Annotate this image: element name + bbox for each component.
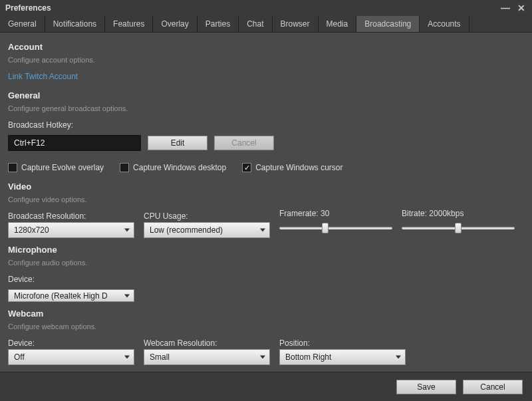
- content-area: Account Configure account options. Link …: [0, 33, 532, 372]
- bitrate-label: Bitrate: 2000kbps: [402, 209, 515, 218]
- webcam-resolution-label: Webcam Resolution:: [144, 338, 270, 348]
- broadcast-resolution-select[interactable]: 1280x720: [8, 222, 134, 238]
- minimize-button[interactable]: —: [500, 3, 511, 13]
- webcam-device-select[interactable]: Off: [8, 349, 134, 365]
- chevron-down-icon: [124, 356, 130, 359]
- microphone-device-label: Device:: [8, 275, 524, 284]
- broadcast-hotkey-label: Broadcast Hotkey:: [8, 120, 524, 130]
- select-value: Bottom Right: [285, 352, 331, 362]
- capture-windows-cursor-checkbox[interactable]: Capture Windows cursor: [242, 163, 342, 172]
- webcam-device-label: Device:: [8, 338, 134, 348]
- cancel-button[interactable]: Cancel: [463, 380, 523, 394]
- microphone-section-desc: Configure audio options.: [8, 259, 524, 267]
- general-section-desc: Configure general broadcast options.: [8, 104, 524, 112]
- chevron-down-icon: [124, 294, 130, 297]
- capture-windows-desktop-checkbox[interactable]: Capture Windows desktop: [120, 163, 226, 172]
- checkbox-label: Capture Windows cursor: [255, 163, 342, 172]
- tab-parties[interactable]: Parties: [198, 16, 239, 32]
- broadcast-resolution-label: Broadcast Resolution:: [8, 211, 134, 221]
- checkbox-box: [8, 163, 17, 172]
- framerate-label: Framerate: 30: [279, 209, 392, 218]
- window-controls: — ✕: [500, 3, 527, 13]
- framerate-slider[interactable]: [279, 222, 392, 234]
- save-button[interactable]: Save: [396, 380, 456, 394]
- slider-thumb[interactable]: [322, 223, 329, 233]
- tab-general[interactable]: General: [0, 16, 45, 32]
- capture-options-row: Capture Evolve overlay Capture Windows d…: [8, 163, 524, 172]
- tab-browser[interactable]: Browser: [273, 16, 319, 32]
- checkbox-box: [242, 163, 251, 172]
- microphone-section-title: Microphone: [8, 245, 524, 255]
- select-value: Low (recommended): [150, 225, 223, 235]
- cpu-usage-label: CPU Usage:: [144, 211, 270, 221]
- cpu-usage-col: CPU Usage: Low (recommended): [144, 209, 270, 238]
- webcam-device-col: Device: Off: [8, 336, 134, 365]
- webcam-position-label: Position:: [279, 338, 406, 348]
- webcam-position-select[interactable]: Bottom Right: [279, 349, 406, 365]
- cancel-hotkey-button: Cancel: [214, 136, 274, 150]
- checkbox-label: Capture Evolve overlay: [21, 163, 104, 172]
- broadcast-resolution-col: Broadcast Resolution: 1280x720: [8, 209, 134, 238]
- general-section-title: General: [8, 90, 524, 100]
- broadcast-hotkey-input[interactable]: [8, 135, 141, 151]
- chevron-down-icon: [396, 356, 401, 359]
- video-options-row: Broadcast Resolution: 1280x720 CPU Usage…: [8, 209, 524, 238]
- framerate-col: Framerate: 30: [279, 209, 392, 234]
- bitrate-col: Bitrate: 2000kbps: [402, 209, 515, 234]
- tab-accounts[interactable]: Accounts: [420, 16, 469, 32]
- webcam-resolution-col: Webcam Resolution: Small: [144, 336, 270, 365]
- close-button[interactable]: ✕: [516, 3, 527, 13]
- select-value: Off: [14, 352, 25, 362]
- webcam-section-desc: Configure webcam options.: [8, 323, 524, 331]
- webcam-resolution-select[interactable]: Small: [144, 349, 270, 365]
- tab-notifications[interactable]: Notifications: [45, 16, 105, 32]
- cpu-usage-select[interactable]: Low (recommended): [144, 222, 270, 238]
- tab-bar: GeneralNotificationsFeaturesOverlayParti…: [0, 16, 532, 33]
- preferences-window: Preferences — ✕ GeneralNotificationsFeat…: [0, 0, 532, 401]
- tab-broadcasting[interactable]: Broadcasting: [356, 16, 420, 32]
- slider-track: [279, 227, 392, 229]
- webcam-section-title: Webcam: [8, 309, 524, 319]
- video-section-desc: Configure video options.: [8, 196, 524, 203]
- select-value: 1280x720: [14, 225, 49, 235]
- window-title: Preferences: [5, 3, 51, 13]
- account-section-title: Account: [8, 42, 524, 52]
- bitrate-slider[interactable]: [402, 222, 515, 234]
- capture-evolve-overlay-checkbox[interactable]: Capture Evolve overlay: [8, 163, 104, 172]
- tab-overlay[interactable]: Overlay: [153, 16, 197, 32]
- microphone-device-select[interactable]: Microfone (Realtek High D: [8, 289, 134, 302]
- account-section-desc: Configure account options.: [8, 56, 524, 64]
- chevron-down-icon: [260, 229, 265, 232]
- tab-chat[interactable]: Chat: [239, 16, 272, 32]
- webcam-options-row: Device: Off Webcam Resolution: Small Pos…: [8, 336, 524, 365]
- tab-media[interactable]: Media: [319, 16, 357, 32]
- footer: Save Cancel: [0, 372, 532, 401]
- select-value: Microfone (Realtek High D: [14, 291, 108, 301]
- titlebar: Preferences — ✕: [0, 0, 532, 16]
- chevron-down-icon: [124, 229, 130, 232]
- tab-features[interactable]: Features: [105, 16, 153, 32]
- checkbox-label: Capture Windows desktop: [133, 163, 226, 172]
- video-section-title: Video: [8, 182, 524, 192]
- checkbox-box: [120, 163, 129, 172]
- edit-hotkey-button[interactable]: Edit: [148, 136, 207, 150]
- link-twitch-account[interactable]: Link Twitch Account: [8, 72, 524, 81]
- slider-thumb[interactable]: [455, 223, 462, 233]
- chevron-down-icon: [260, 356, 265, 359]
- hotkey-row: Edit Cancel: [8, 135, 524, 151]
- select-value: Small: [150, 352, 170, 362]
- webcam-position-col: Position: Bottom Right: [279, 336, 406, 365]
